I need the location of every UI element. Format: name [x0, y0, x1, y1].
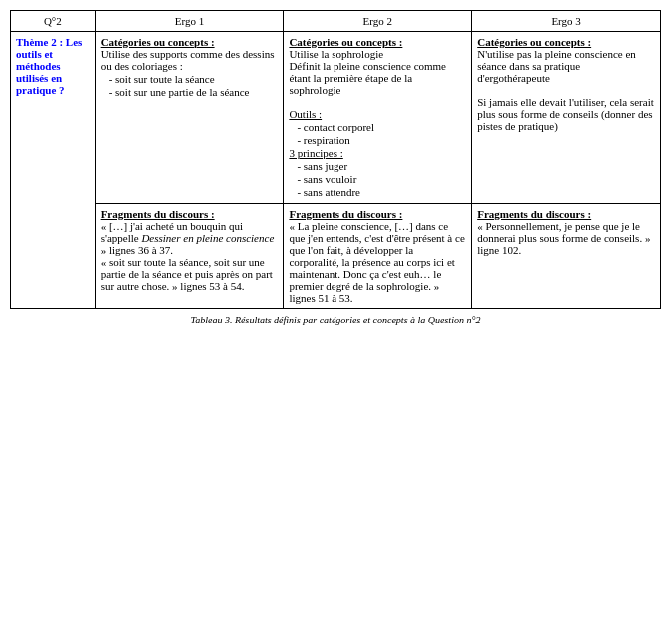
ergo3-concepts-cell: Catégories ou concepts : N'utilise pas l… — [472, 32, 661, 204]
ergo1-fragments-cell: Fragments du discours : « […] j'ai achet… — [95, 204, 284, 309]
col-header-ergo2: Ergo 2 — [284, 11, 472, 32]
ergo2-principes-title: 3 principes : — [289, 147, 342, 159]
ergo1-concepts-title: Catégories ou concepts : — [101, 36, 215, 48]
ergo2-principes-item: sans juger — [297, 160, 466, 172]
ergo3-concepts-body2: Si jamais elle devait l'utiliser, cela s… — [477, 96, 654, 132]
ergo1-concepts-cell: Catégories ou concepts : Utilise des sup… — [95, 32, 284, 204]
col-header-ergo3: Ergo 3 — [472, 11, 661, 32]
ergo1-frag-body2: » lignes 36 à 37. — [101, 244, 173, 256]
ergo1-list-item: soit sur toute la séance — [109, 73, 279, 85]
ergo2-frag-body: « La pleine conscience, […] dans ce que … — [289, 220, 464, 304]
ergo1-frag-italic: Dessiner en pleine conscience — [141, 232, 274, 244]
ergo2-principes-item: sans vouloir — [297, 173, 466, 185]
ergo1-frag-title: Fragments du discours : — [101, 208, 215, 220]
ergo2-principes-item: sans attendre — [297, 186, 466, 198]
ergo1-concepts-body: Utilise des supports comme des dessins o… — [101, 48, 275, 72]
question-cell: Thème 2 : Les outils et méthodes utilisé… — [11, 32, 96, 309]
ergo2-outils-title: Outils : — [289, 108, 322, 120]
col-header-ergo1: Ergo 1 — [95, 11, 284, 32]
ergo2-frag-title: Fragments du discours : — [289, 208, 402, 220]
ergo3-concepts-body: N'utilise pas la pleine conscience en sé… — [477, 48, 636, 84]
ergo1-list-item: soit sur une partie de la séance — [109, 86, 279, 98]
ergo3-frag-title: Fragments du discours : — [477, 208, 591, 220]
ergo1-frag-body3: « soit sur toute la séance, soit sur une… — [101, 256, 273, 292]
ergo3-frag-body: « Personnellement, je pense que je le do… — [477, 220, 650, 256]
ergo2-concepts-cell: Catégories ou concepts : Utilise la soph… — [284, 32, 472, 204]
ergo2-outils-item: respiration — [297, 134, 466, 146]
ergo2-outils-item: contact corporel — [297, 121, 466, 133]
ergo3-concepts-title: Catégories ou concepts : — [477, 36, 591, 48]
ergo2-concepts-title: Catégories ou concepts : — [289, 36, 402, 48]
ergo3-fragments-cell: Fragments du discours : « Personnellemen… — [472, 204, 661, 309]
table-caption: Tableau 3. Résultats définis par catégor… — [10, 315, 661, 325]
col-header-q: Q°2 — [11, 11, 96, 32]
ergo2-fragments-cell: Fragments du discours : « La pleine cons… — [284, 204, 472, 309]
